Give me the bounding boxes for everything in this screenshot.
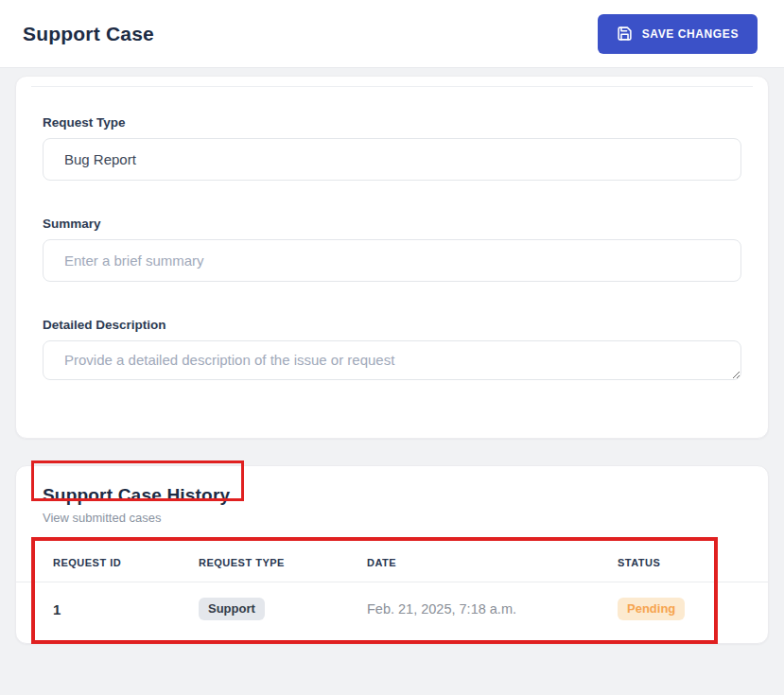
history-subtitle: View submitted cases	[43, 511, 741, 525]
summary-input[interactable]	[43, 239, 741, 282]
column-header-request-type: REQUEST TYPE	[199, 557, 367, 568]
save-icon	[617, 26, 633, 42]
history-title: Support Case History	[43, 485, 741, 506]
column-header-date: DATE	[367, 557, 618, 568]
column-header-request-id: REQUEST ID	[53, 557, 199, 568]
description-textarea[interactable]	[43, 340, 741, 380]
save-button-label: SAVE CHANGES	[642, 27, 739, 41]
summary-field-group: Summary	[43, 217, 741, 282]
description-label: Detailed Description	[43, 318, 741, 332]
content-area: Request Type Summary Detailed Descriptio…	[0, 68, 784, 644]
column-header-status: STATUS	[618, 557, 749, 568]
description-field-group: Detailed Description	[43, 318, 741, 384]
table-row[interactable]: 1 Support Feb. 21, 2025, 7:18 a.m. Pendi…	[16, 582, 768, 643]
table-header-row: REQUEST ID REQUEST TYPE DATE STATUS	[16, 546, 768, 582]
support-case-form-card: Request Type Summary Detailed Descriptio…	[15, 76, 769, 439]
save-changes-button[interactable]: SAVE CHANGES	[598, 14, 758, 54]
cell-status: Pending	[618, 598, 749, 620]
history-table: REQUEST ID REQUEST TYPE DATE STATUS 1 Su…	[16, 546, 768, 643]
request-type-input[interactable]	[43, 138, 741, 181]
request-type-badge: Support	[199, 598, 265, 620]
request-type-label: Request Type	[43, 115, 741, 130]
support-case-history-card: Support Case History View submitted case…	[15, 465, 769, 644]
request-type-field-group: Request Type	[43, 115, 741, 181]
cell-request-id: 1	[53, 601, 199, 617]
summary-label: Summary	[43, 217, 741, 231]
status-badge: Pending	[618, 598, 685, 620]
cell-request-type: Support	[199, 598, 367, 620]
page-title: Support Case	[23, 23, 154, 45]
header-bar: Support Case SAVE CHANGES	[0, 0, 784, 68]
cell-date: Feb. 21, 2025, 7:18 a.m.	[367, 601, 618, 617]
